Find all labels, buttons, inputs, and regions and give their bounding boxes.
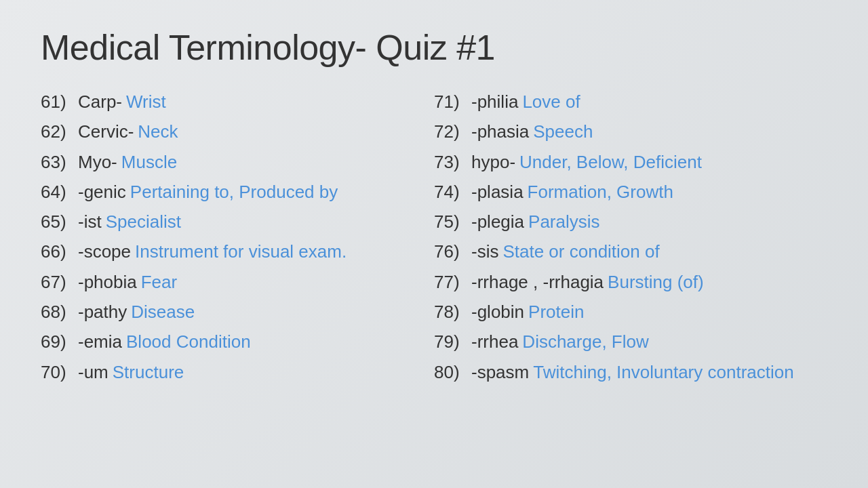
item-term: Carp- — [78, 88, 122, 115]
list-item: 61) Carp- Wrist — [41, 88, 434, 115]
item-term: -phasia — [471, 118, 529, 145]
list-item: 68) -pathy Disease — [41, 298, 434, 325]
item-definition: Blood Condition — [126, 328, 251, 355]
item-number: 62) — [41, 118, 78, 145]
item-definition: Fear — [141, 268, 177, 296]
list-item: 63) Myo- Muscle — [41, 148, 434, 176]
item-definition: Twitching, Involuntary contraction — [533, 359, 793, 386]
list-item: 64) -genic Pertaining to, Produced by — [41, 178, 434, 205]
item-number: 76) — [434, 238, 471, 265]
slide: Medical Terminology- Quiz #1 61) Carp- W… — [0, 0, 868, 488]
item-term: -scope — [78, 238, 131, 265]
item-number: 72) — [434, 118, 471, 145]
item-term: -plegia — [471, 208, 524, 235]
item-term: -spasm — [471, 359, 529, 386]
item-definition: Paralysis — [528, 208, 599, 235]
item-term: -ist — [78, 208, 102, 235]
item-number: 80) — [434, 359, 471, 386]
list-item: 67) -phobia Fear — [41, 268, 434, 296]
list-item: 66) -scope Instrument for visual exam. — [41, 238, 434, 265]
list-item: 76) -sis State or condition of — [434, 238, 827, 265]
item-definition: Wrist — [126, 88, 166, 115]
item-number: 67) — [41, 268, 78, 296]
list-item: 77) -rrhage , -rrhagia Bursting (of) — [434, 268, 827, 296]
item-term: -rrhea — [471, 328, 518, 355]
item-number: 77) — [434, 268, 471, 296]
list-item: 62) Cervic- Neck — [41, 118, 434, 145]
item-number: 64) — [41, 178, 78, 205]
item-definition: Protein — [528, 298, 584, 325]
item-number: 66) — [41, 238, 78, 265]
item-number: 74) — [434, 178, 471, 205]
right-column: 71) -philia Love of72) -phasia Speech73)… — [434, 88, 827, 461]
item-definition: Neck — [138, 118, 178, 145]
item-term: -emia — [78, 328, 122, 355]
item-term: -globin — [471, 298, 524, 325]
item-definition: Formation, Growth — [528, 178, 673, 205]
item-number: 73) — [434, 148, 471, 176]
item-number: 68) — [41, 298, 78, 325]
item-number: 79) — [434, 328, 471, 355]
item-term: Cervic- — [78, 118, 134, 145]
item-number: 75) — [434, 208, 471, 235]
item-term: -rrhage , -rrhagia — [471, 268, 604, 296]
item-definition: Pertaining to, Produced by — [130, 178, 338, 205]
list-item: 80) -spasm Twitching, Involuntary contra… — [434, 359, 827, 386]
item-number: 63) — [41, 148, 78, 176]
item-definition: Discharge, Flow — [522, 328, 648, 355]
list-item: 74) -plasia Formation, Growth — [434, 178, 827, 205]
item-definition: Disease — [131, 298, 195, 325]
list-item: 65) -ist Specialist — [41, 208, 434, 235]
list-item: 71) -philia Love of — [434, 88, 827, 115]
list-item: 69) -emia Blood Condition — [41, 328, 434, 355]
list-item: 72) -phasia Speech — [434, 118, 827, 145]
item-definition: Instrument for visual exam. — [135, 238, 347, 265]
list-item: 79) -rrhea Discharge, Flow — [434, 328, 827, 355]
left-column: 61) Carp- Wrist62) Cervic- Neck63) Myo- … — [41, 88, 434, 461]
item-number: 70) — [41, 359, 78, 386]
item-term: -genic — [78, 178, 126, 205]
list-item: 78) -globin Protein — [434, 298, 827, 325]
item-term: -philia — [471, 88, 518, 115]
item-term: hypo- — [471, 148, 515, 176]
content-area: 61) Carp- Wrist62) Cervic- Neck63) Myo- … — [41, 88, 827, 461]
item-definition: Bursting (of) — [608, 268, 704, 296]
list-item: 73) hypo- Under, Below, Deficient — [434, 148, 827, 176]
item-term: -plasia — [471, 178, 524, 205]
item-definition: Under, Below, Deficient — [519, 148, 702, 176]
item-definition: Speech — [533, 118, 593, 145]
list-item: 75) -plegia Paralysis — [434, 208, 827, 235]
item-definition: State or condition of — [502, 238, 659, 265]
item-term: -um — [78, 359, 108, 386]
item-definition: Love of — [522, 88, 580, 115]
item-number: 61) — [41, 88, 78, 115]
item-definition: Structure — [113, 359, 184, 386]
item-term: -phobia — [78, 268, 137, 296]
page-title: Medical Terminology- Quiz #1 — [41, 27, 827, 68]
item-number: 69) — [41, 328, 78, 355]
item-number: 71) — [434, 88, 471, 115]
item-term: -sis — [471, 238, 498, 265]
item-term: Myo- — [78, 148, 117, 176]
item-term: -pathy — [78, 298, 127, 325]
list-item: 70) -um Structure — [41, 359, 434, 386]
item-definition: Specialist — [106, 208, 181, 235]
item-definition: Muscle — [121, 148, 177, 176]
item-number: 78) — [434, 298, 471, 325]
item-number: 65) — [41, 208, 78, 235]
